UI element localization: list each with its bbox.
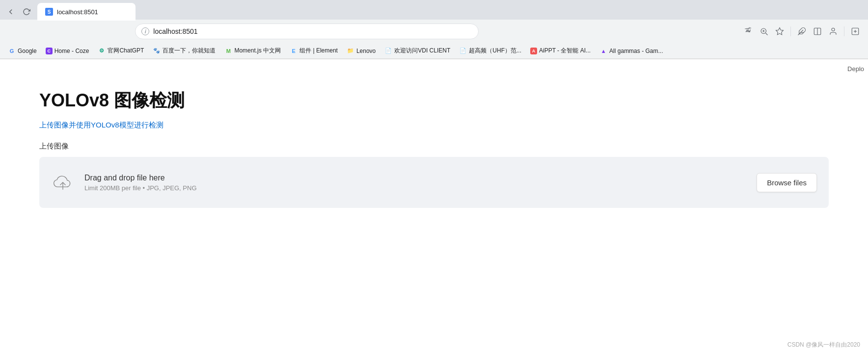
bookmark-label: Home - Coze bbox=[54, 48, 89, 54]
upload-section-label: 上传图像 bbox=[39, 142, 829, 151]
bookmark-label: Lenovo bbox=[356, 48, 376, 54]
svg-point-9 bbox=[832, 28, 835, 31]
omnibox-bar: i localhost:8501 bbox=[0, 20, 868, 43]
bookmark-favicon: ▲ bbox=[599, 47, 607, 55]
dropzone-text: Drag and drop file here Limit 200MB per … bbox=[84, 174, 747, 192]
svg-marker-4 bbox=[776, 28, 783, 35]
browser-actions bbox=[741, 25, 862, 38]
page-wrapper: Deplo YOLOv8 图像检测 上传图像并使用YOLOv8模型进行检测 上传… bbox=[0, 59, 868, 227]
bookmark-favicon: 📁 bbox=[347, 47, 354, 55]
footer-text: CSDN @像风一样自由2020 bbox=[787, 341, 860, 348]
bookmark-favicon: ⚙ bbox=[98, 47, 106, 55]
bookmark-label: 组件 | Element bbox=[299, 47, 338, 55]
bookmark-gamma[interactable]: ▲ All gammas - Gam... bbox=[596, 45, 667, 57]
bookmark-favicon: 📄 bbox=[384, 47, 392, 55]
omnibox-url: localhost:8501 bbox=[153, 27, 472, 35]
page-content: YOLOv8 图像检测 上传图像并使用YOLOv8模型进行检测 上传图像 Dra… bbox=[0, 59, 868, 227]
tab-bar: S localhost:8501 bbox=[0, 0, 868, 20]
bookmark-uhf[interactable]: 📄 超高频（UHF）范... bbox=[455, 45, 525, 57]
browser-chrome: S localhost:8501 i localhost:8501 bbox=[0, 0, 868, 59]
tab-label: localhost:8501 bbox=[57, 8, 98, 16]
page-subtitle: 上传图像并使用YOLOv8模型进行检测 bbox=[39, 121, 829, 130]
bookmark-label: Google bbox=[18, 48, 37, 54]
separator bbox=[790, 26, 791, 36]
bookmark-label: 百度一下，你就知道 bbox=[163, 47, 216, 55]
extensions-button[interactable] bbox=[795, 25, 809, 38]
bookmark-button[interactable] bbox=[773, 25, 787, 38]
cloud-upload-icon bbox=[51, 171, 75, 194]
nav-buttons bbox=[4, 5, 33, 19]
bookmark-label: All gammas - Gam... bbox=[609, 48, 663, 54]
bookmark-label: 欢迎访问VDI CLIENT bbox=[394, 47, 450, 55]
page-title: YOLOv8 图像检测 bbox=[39, 89, 829, 113]
bookmark-label: 官网ChatGPT bbox=[108, 47, 144, 55]
dropzone[interactable]: Drag and drop file here Limit 200MB per … bbox=[39, 157, 829, 208]
bookmark-favicon: E bbox=[290, 47, 298, 55]
bookmark-favicon: G bbox=[8, 47, 16, 55]
back-button[interactable] bbox=[4, 5, 18, 19]
dropzone-main-text: Drag and drop file here bbox=[84, 174, 747, 182]
profile-button[interactable] bbox=[826, 25, 840, 38]
bookmark-google[interactable]: G Google bbox=[4, 45, 41, 57]
separator2 bbox=[844, 26, 844, 36]
bookmarks-bar: G Google C Home - Coze ⚙ 官网ChatGPT 🐾 百度一… bbox=[0, 43, 868, 59]
bookmark-favicon: C bbox=[46, 48, 53, 54]
bookmark-chatgpt[interactable]: ⚙ 官网ChatGPT bbox=[94, 45, 148, 57]
split-screen-button[interactable] bbox=[811, 25, 824, 38]
dropzone-sub-text: Limit 200MB per file • JPG, JPEG, PNG bbox=[84, 184, 747, 192]
active-tab[interactable]: S localhost:8501 bbox=[37, 3, 136, 21]
bookmark-vdi[interactable]: 📄 欢迎访问VDI CLIENT bbox=[380, 45, 454, 57]
bookmark-label: AiPPT - 全智能 AI... bbox=[539, 47, 591, 55]
bookmark-momentjs[interactable]: M Moment.js 中文网 bbox=[220, 45, 285, 57]
bookmark-label: Moment.js 中文网 bbox=[234, 47, 281, 55]
bookmark-coze[interactable]: C Home - Coze bbox=[42, 46, 93, 56]
bookmark-element[interactable]: E 组件 | Element bbox=[286, 45, 342, 57]
bookmark-favicon: 📄 bbox=[459, 47, 467, 55]
footer: CSDN @像风一样自由2020 bbox=[787, 341, 860, 349]
reload-button[interactable] bbox=[20, 5, 33, 19]
tab-favicon: S bbox=[45, 8, 53, 16]
bookmark-baidu[interactable]: 🐾 百度一下，你就知道 bbox=[149, 45, 219, 57]
bookmark-lenovo[interactable]: 📁 Lenovo bbox=[343, 45, 380, 57]
info-icon: i bbox=[141, 27, 149, 35]
new-tab-button[interactable] bbox=[848, 25, 862, 38]
zoom-button[interactable] bbox=[757, 25, 771, 38]
bookmark-aippt[interactable]: A AiPPT - 全智能 AI... bbox=[526, 45, 595, 57]
browse-files-button[interactable]: Browse files bbox=[757, 173, 817, 192]
svg-line-1 bbox=[765, 33, 767, 35]
bookmark-favicon: M bbox=[224, 47, 232, 55]
omnibox[interactable]: i localhost:8501 bbox=[135, 24, 479, 39]
translate-button[interactable] bbox=[741, 25, 755, 38]
bookmark-favicon: A bbox=[530, 48, 537, 54]
bookmark-favicon: 🐾 bbox=[153, 47, 161, 55]
bookmark-label: 超高频（UHF）范... bbox=[469, 47, 521, 55]
